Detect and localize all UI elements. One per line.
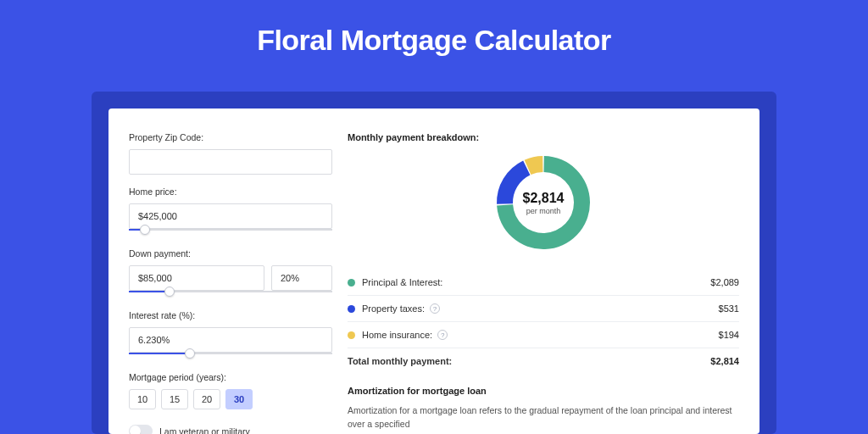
down-payment-input[interactable]	[129, 265, 264, 291]
down-payment-block: Down payment:	[129, 248, 332, 302]
zip-label: Property Zip Code:	[129, 132, 332, 142]
form-column: Property Zip Code: Home price: Down paym…	[129, 132, 332, 434]
down-payment-label: Down payment:	[129, 248, 332, 259]
interest-rate-block: Interest rate (%):	[129, 310, 332, 364]
legend-label: Home insurance:	[362, 330, 432, 340]
donut-amount: $2,814	[523, 191, 565, 206]
mortgage-period-chip-20[interactable]: 20	[193, 389, 220, 409]
legend-row: Principal & Interest:$2,089	[348, 270, 739, 295]
info-icon[interactable]: ?	[430, 303, 440, 314]
mortgage-period-block: Mortgage period (years): 10152030	[129, 372, 332, 409]
slider-thumb[interactable]	[185, 348, 195, 359]
slider-thumb[interactable]	[140, 225, 150, 235]
breakdown-title: Monthly payment breakdown:	[348, 132, 739, 142]
zip-field-block: Property Zip Code:	[129, 132, 332, 175]
total-row: Total monthly payment: $2,814	[348, 348, 739, 374]
slider-thumb[interactable]	[164, 287, 175, 297]
veteran-row: I am veteran or military	[129, 425, 332, 434]
mortgage-period-label: Mortgage period (years):	[129, 372, 332, 382]
interest-rate-slider[interactable]	[129, 352, 332, 364]
home-price-input[interactable]	[129, 203, 332, 229]
home-price-block: Home price:	[129, 186, 332, 240]
donut-chart-wrap: $2,814 per month	[348, 151, 739, 254]
total-label: Total monthly payment:	[348, 356, 452, 366]
calculator-card: Property Zip Code: Home price: Down paym…	[108, 108, 760, 434]
down-payment-pct-input[interactable]	[271, 265, 332, 291]
interest-rate-label: Interest rate (%):	[129, 310, 332, 320]
veteran-toggle[interactable]	[129, 425, 153, 434]
down-payment-slider[interactable]	[129, 290, 332, 302]
interest-rate-input[interactable]	[129, 327, 332, 353]
zip-input[interactable]	[129, 149, 332, 175]
legend-label: Property taxes:	[362, 303, 425, 314]
legend-row: Property taxes:?$531	[348, 295, 739, 321]
slider-track	[129, 229, 332, 231]
legend-amount: $194	[719, 330, 739, 340]
amortization-text: Amortization for a mortgage loan refers …	[348, 404, 739, 431]
toggle-knob	[130, 426, 141, 434]
mortgage-period-chip-30[interactable]: 30	[225, 389, 253, 409]
mortgage-period-options: 10152030	[129, 389, 332, 409]
breakdown-column: Monthly payment breakdown: $2,814 per mo…	[348, 132, 739, 434]
info-icon[interactable]: ?	[437, 330, 448, 340]
amortization-title: Amortization for mortgage loan	[348, 386, 739, 396]
legend-row: Home insurance:?$194	[348, 321, 739, 348]
slider-fill	[129, 353, 190, 354]
legend-dot	[348, 305, 355, 313]
legend-label: Principal & Interest:	[362, 277, 442, 287]
legend: Principal & Interest:$2,089Property taxe…	[348, 270, 739, 348]
mortgage-period-chip-15[interactable]: 15	[161, 389, 188, 409]
legend-amount: $2,089	[710, 277, 739, 287]
amortization-section: Amortization for mortgage loan Amortizat…	[348, 386, 739, 431]
legend-amount: $531	[719, 303, 739, 314]
page-title: Floral Mortgage Calculator	[0, 0, 868, 57]
page: Floral Mortgage Calculator Property Zip …	[0, 0, 868, 434]
donut-center: $2,814 per month	[492, 151, 595, 254]
total-amount: $2,814	[710, 356, 739, 366]
legend-dot	[348, 279, 355, 287]
donut-chart: $2,814 per month	[492, 151, 595, 254]
home-price-label: Home price:	[129, 186, 332, 197]
home-price-slider[interactable]	[129, 228, 332, 240]
slider-fill	[129, 291, 170, 292]
donut-sub: per month	[526, 207, 561, 215]
veteran-label: I am veteran or military	[159, 426, 250, 435]
mortgage-period-chip-10[interactable]: 10	[129, 389, 156, 409]
legend-dot	[348, 331, 355, 339]
